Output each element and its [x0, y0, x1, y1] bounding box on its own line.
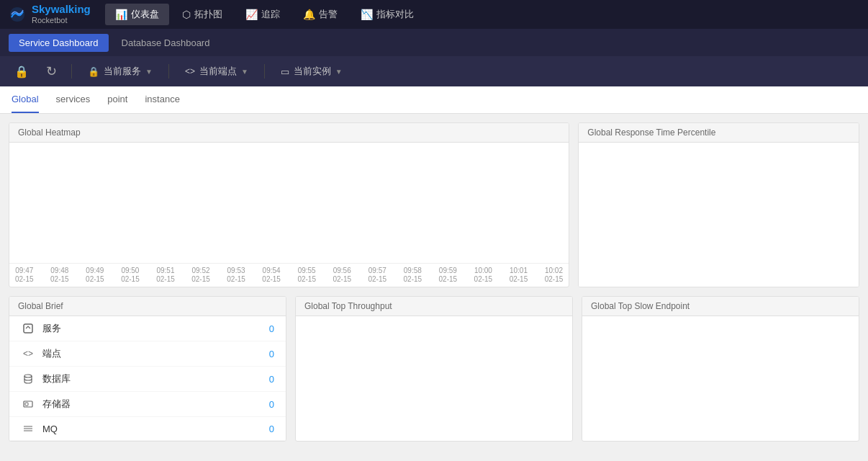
sub-tabs: Global services point instance	[0, 86, 868, 114]
nav-item-trace[interactable]: 📈 追踪	[235, 4, 290, 25]
top-nav: Skywalking Rocketbot 📊 仪表盘 ⬡ 拓扑图 📈 追踪 🔔 …	[0, 0, 868, 29]
toolbar: 🔒 ↻ 🔒 当前服务 ▼ <> 当前端点 ▼ ▭ 当前实例 ▼	[0, 56, 868, 86]
brief-item-database: 数据库 0	[9, 367, 286, 392]
skywalking-logo	[7, 4, 27, 24]
global-heatmap-panel: Global Heatmap 09:4702-15 09:4802-15 09:…	[9, 122, 569, 287]
nav-item-metrics[interactable]: 📉 指标对比	[351, 4, 424, 25]
global-brief-header: Global Brief	[9, 297, 286, 316]
mq-brief-value: 0	[269, 424, 274, 434]
logo-area: Skywalking Rocketbot	[7, 4, 91, 26]
global-top-throughput-panel: Global Top Throughput	[295, 296, 573, 442]
current-instance-dropdown[interactable]: ▭ 当前实例 ▼	[273, 61, 350, 81]
endpoint-icon: <>	[185, 66, 195, 76]
axis-label-8: 09:5502-15	[297, 267, 316, 284]
svg-rect-3	[25, 403, 28, 406]
brief-item-mq: MQ 0	[9, 417, 286, 441]
storage-brief-label: 存储器	[42, 398, 262, 411]
axis-label-2: 09:4902-15	[86, 267, 104, 284]
nav-item-topology[interactable]: ⬡ 拓扑图	[172, 4, 232, 25]
dashboard-icon: 📊	[115, 9, 127, 20]
nav-item-alert[interactable]: 🔔 告警	[293, 4, 348, 25]
axis-label-14: 10:0102-15	[510, 267, 528, 284]
storage-brief-icon	[21, 398, 35, 410]
mq-brief-label: MQ	[42, 424, 262, 434]
throughput-body	[296, 316, 572, 424]
database-brief-value: 0	[269, 374, 274, 385]
service-icon: 🔒	[88, 66, 99, 77]
brand-text: Skywalking Rocketbot	[32, 4, 91, 26]
brief-item-storage: 存储器 0	[9, 392, 286, 417]
global-top-throughput-header: Global Top Throughput	[296, 297, 572, 316]
chevron-down-icon-3: ▼	[335, 68, 343, 76]
endpoint-brief-value: 0	[269, 349, 274, 359]
response-time-area	[579, 143, 859, 287]
main-content: Global Heatmap 09:4702-15 09:4802-15 09:…	[0, 114, 868, 461]
axis-label-12: 09:5902-15	[439, 267, 458, 284]
axis-label-5: 09:5202-15	[191, 267, 210, 284]
heatmap-axis: 09:4702-15 09:4802-15 09:4902-15 09:5002…	[9, 263, 569, 287]
svg-point-1	[24, 375, 32, 377]
service-brief-icon	[21, 323, 35, 334]
brief-item-service: 服务 0	[9, 316, 286, 341]
axis-label-15: 10:0202-15	[545, 267, 564, 284]
service-brief-label: 服务	[42, 322, 262, 335]
global-top-slow-endpoint-panel: Global Top Slow Endpoint	[582, 296, 859, 442]
tab-service-dashboard[interactable]: Service Dashboard	[9, 34, 109, 52]
service-brief-value: 0	[269, 323, 274, 334]
toolbar-divider-1	[71, 64, 72, 79]
instance-icon: ▭	[281, 66, 289, 77]
storage-brief-value: 0	[269, 399, 274, 410]
current-service-dropdown[interactable]: 🔒 当前服务 ▼	[81, 61, 160, 81]
mq-brief-icon	[21, 423, 35, 434]
axis-label-13: 10:0002-15	[474, 267, 493, 284]
axis-label-6: 09:5302-15	[227, 267, 245, 284]
topology-icon: ⬡	[182, 9, 191, 20]
response-time-panel: Global Response Time Percentile	[578, 122, 859, 287]
tab-global[interactable]: Global	[12, 86, 39, 113]
toolbar-divider-2	[168, 64, 169, 79]
axis-label-1: 09:4802-15	[50, 267, 69, 284]
global-top-slow-endpoint-header: Global Top Slow Endpoint	[582, 297, 859, 316]
svg-rect-0	[24, 324, 32, 333]
tab-database-dashboard[interactable]: Database Dashboard	[112, 34, 220, 52]
database-brief-icon	[21, 373, 35, 385]
global-brief-panel: Global Brief 服务 0 <> 端点 0	[9, 296, 286, 442]
axis-label-3: 09:5002-15	[121, 267, 140, 284]
alert-icon: 🔔	[303, 9, 315, 20]
axis-label-4: 09:5102-15	[156, 267, 175, 284]
heatmap-header: Global Heatmap	[9, 123, 569, 143]
slow-endpoint-body	[582, 316, 859, 424]
brief-item-endpoint: <> 端点 0	[9, 341, 286, 367]
current-endpoint-dropdown[interactable]: <> 当前端点 ▼	[178, 61, 256, 81]
endpoint-brief-label: 端点	[42, 347, 262, 360]
tab-services[interactable]: services	[56, 86, 91, 113]
database-brief-label: 数据库	[42, 372, 262, 385]
bottom-row: Global Brief 服务 0 <> 端点 0	[9, 296, 859, 442]
axis-label-9: 09:5602-15	[333, 267, 351, 284]
charts-row: Global Heatmap 09:4702-15 09:4802-15 09:…	[9, 122, 859, 287]
lock-button[interactable]: 🔒	[9, 62, 35, 81]
axis-label-0: 09:4702-15	[15, 267, 34, 284]
heatmap-body: 09:4702-15 09:4802-15 09:4902-15 09:5002…	[9, 143, 569, 287]
response-time-header: Global Response Time Percentile	[579, 123, 859, 143]
response-time-body	[579, 143, 859, 287]
axis-label-11: 09:5802-15	[404, 267, 422, 284]
tab-instance[interactable]: instance	[145, 86, 179, 113]
refresh-icon: ↻	[46, 63, 57, 79]
metrics-icon: 📉	[361, 9, 373, 20]
lock-icon: 🔒	[14, 65, 29, 79]
axis-label-10: 09:5702-15	[368, 267, 386, 284]
axis-label-7: 09:5402-15	[262, 267, 281, 284]
chevron-down-icon-2: ▼	[241, 68, 248, 76]
toolbar-divider-3	[264, 64, 265, 79]
trace-icon: 📈	[245, 9, 258, 20]
nav-item-dashboard[interactable]: 📊 仪表盘	[105, 4, 169, 25]
refresh-button[interactable]: ↻	[40, 61, 63, 82]
dashboard-tabs: Service Dashboard Database Dashboard	[0, 29, 868, 56]
chevron-down-icon: ▼	[145, 68, 153, 76]
endpoint-brief-icon: <>	[21, 349, 35, 359]
heatmap-area	[9, 143, 569, 263]
tab-point[interactable]: point	[107, 86, 127, 113]
